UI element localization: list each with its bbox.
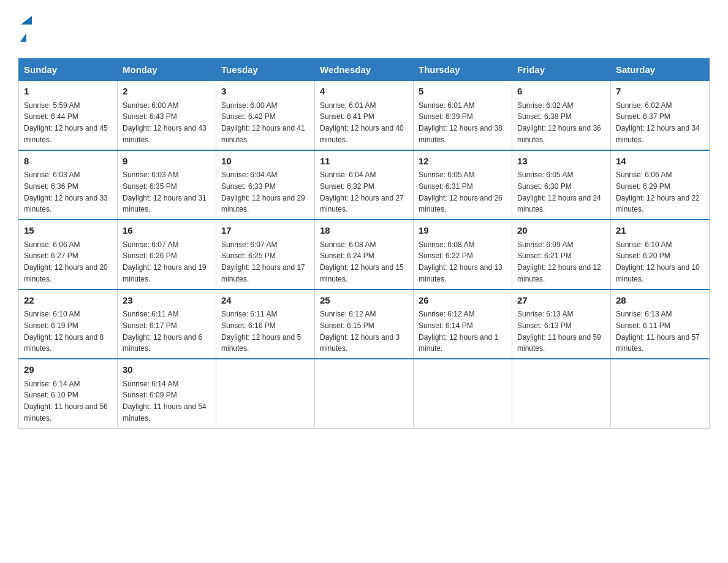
day-info: Sunrise: 6:00 AMSunset: 6:43 PMDaylight:… xyxy=(123,101,207,144)
logo xyxy=(18,12,33,46)
day-info: Sunrise: 6:12 AMSunset: 6:15 PMDaylight:… xyxy=(320,310,400,353)
day-info: Sunrise: 6:04 AMSunset: 6:33 PMDaylight:… xyxy=(221,170,305,213)
day-number: 14 xyxy=(616,155,704,169)
day-number: 25 xyxy=(320,294,408,308)
calendar-col-header: Friday xyxy=(512,59,611,81)
day-info: Sunrise: 6:11 AMSunset: 6:16 PMDaylight:… xyxy=(221,310,301,353)
day-number: 17 xyxy=(221,224,309,238)
day-number: 29 xyxy=(24,363,112,377)
calendar-table: SundayMondayTuesdayWednesdayThursdayFrid… xyxy=(18,58,710,429)
calendar-cell xyxy=(414,359,512,428)
day-info: Sunrise: 6:12 AMSunset: 6:14 PMDaylight:… xyxy=(419,310,498,353)
calendar-col-header: Monday xyxy=(118,59,216,81)
calendar-cell: 16Sunrise: 6:07 AMSunset: 6:26 PMDayligh… xyxy=(118,220,216,289)
day-number: 11 xyxy=(320,155,408,169)
day-number: 20 xyxy=(517,224,605,238)
calendar-cell: 26Sunrise: 6:12 AMSunset: 6:14 PMDayligh… xyxy=(414,289,512,359)
calendar-cell xyxy=(216,359,315,428)
day-info: Sunrise: 6:01 AMSunset: 6:41 PMDaylight:… xyxy=(320,101,404,144)
day-info: Sunrise: 6:10 AMSunset: 6:19 PMDaylight:… xyxy=(24,310,104,353)
day-number: 19 xyxy=(419,224,507,238)
calendar-week-row: 29Sunrise: 6:14 AMSunset: 6:10 PMDayligh… xyxy=(19,359,710,428)
calendar-cell: 13Sunrise: 6:05 AMSunset: 6:30 PMDayligh… xyxy=(512,150,611,220)
day-info: Sunrise: 6:14 AMSunset: 6:10 PMDaylight:… xyxy=(24,380,108,423)
calendar-cell: 1Sunrise: 5:59 AMSunset: 6:44 PMDaylight… xyxy=(19,81,118,150)
calendar-cell: 28Sunrise: 6:13 AMSunset: 6:11 PMDayligh… xyxy=(611,289,710,359)
calendar-cell: 3Sunrise: 6:00 AMSunset: 6:42 PMDaylight… xyxy=(216,81,315,150)
calendar-cell: 19Sunrise: 6:08 AMSunset: 6:22 PMDayligh… xyxy=(414,220,512,289)
day-number: 18 xyxy=(320,224,408,238)
day-number: 30 xyxy=(123,363,211,377)
calendar-cell xyxy=(512,359,611,428)
calendar-cell: 23Sunrise: 6:11 AMSunset: 6:17 PMDayligh… xyxy=(118,289,216,359)
day-number: 28 xyxy=(616,294,704,308)
day-info: Sunrise: 6:05 AMSunset: 6:31 PMDaylight:… xyxy=(419,170,502,213)
calendar-cell: 10Sunrise: 6:04 AMSunset: 6:33 PMDayligh… xyxy=(216,150,315,220)
day-number: 4 xyxy=(320,85,408,99)
day-number: 13 xyxy=(517,155,605,169)
calendar-cell: 30Sunrise: 6:14 AMSunset: 6:09 PMDayligh… xyxy=(118,359,216,428)
day-number: 16 xyxy=(123,224,211,238)
day-info: Sunrise: 6:05 AMSunset: 6:30 PMDaylight:… xyxy=(517,170,601,213)
day-info: Sunrise: 6:06 AMSunset: 6:29 PMDaylight:… xyxy=(616,170,700,213)
calendar-cell: 9Sunrise: 6:03 AMSunset: 6:35 PMDaylight… xyxy=(118,150,216,220)
calendar-cell: 12Sunrise: 6:05 AMSunset: 6:31 PMDayligh… xyxy=(414,150,512,220)
day-info: Sunrise: 6:02 AMSunset: 6:37 PMDaylight:… xyxy=(616,101,700,144)
day-number: 7 xyxy=(616,85,704,99)
day-info: Sunrise: 5:59 AMSunset: 6:44 PMDaylight:… xyxy=(24,101,108,144)
calendar-header-row: SundayMondayTuesdayWednesdayThursdayFrid… xyxy=(19,59,710,81)
day-number: 21 xyxy=(616,224,704,238)
calendar-cell: 7Sunrise: 6:02 AMSunset: 6:37 PMDaylight… xyxy=(611,81,710,150)
calendar-cell: 21Sunrise: 6:10 AMSunset: 6:20 PMDayligh… xyxy=(611,220,710,289)
calendar-cell xyxy=(315,359,414,428)
day-info: Sunrise: 6:08 AMSunset: 6:24 PMDaylight:… xyxy=(320,240,404,283)
calendar-cell: 17Sunrise: 6:07 AMSunset: 6:25 PMDayligh… xyxy=(216,220,315,289)
calendar-week-row: 22Sunrise: 6:10 AMSunset: 6:19 PMDayligh… xyxy=(19,289,710,359)
day-info: Sunrise: 6:14 AMSunset: 6:09 PMDaylight:… xyxy=(123,380,207,423)
day-info: Sunrise: 6:09 AMSunset: 6:21 PMDaylight:… xyxy=(517,240,601,283)
calendar-cell: 15Sunrise: 6:06 AMSunset: 6:27 PMDayligh… xyxy=(19,220,118,289)
day-number: 26 xyxy=(419,294,507,308)
day-number: 3 xyxy=(221,85,309,99)
calendar-week-row: 8Sunrise: 6:03 AMSunset: 6:36 PMDaylight… xyxy=(19,150,710,220)
calendar-cell: 20Sunrise: 6:09 AMSunset: 6:21 PMDayligh… xyxy=(512,220,611,289)
day-info: Sunrise: 6:13 AMSunset: 6:11 PMDaylight:… xyxy=(616,310,700,353)
day-number: 1 xyxy=(24,85,112,99)
day-number: 15 xyxy=(24,224,112,238)
svg-marker-0 xyxy=(21,16,32,25)
calendar-col-header: Tuesday xyxy=(216,59,315,81)
calendar-col-header: Wednesday xyxy=(315,59,414,81)
calendar-cell: 25Sunrise: 6:12 AMSunset: 6:15 PMDayligh… xyxy=(315,289,414,359)
calendar-cell: 11Sunrise: 6:04 AMSunset: 6:32 PMDayligh… xyxy=(315,150,414,220)
day-number: 12 xyxy=(419,155,507,169)
calendar-cell: 18Sunrise: 6:08 AMSunset: 6:24 PMDayligh… xyxy=(315,220,414,289)
calendar-cell: 22Sunrise: 6:10 AMSunset: 6:19 PMDayligh… xyxy=(19,289,118,359)
day-info: Sunrise: 6:02 AMSunset: 6:38 PMDaylight:… xyxy=(517,101,601,144)
day-number: 2 xyxy=(123,85,211,99)
calendar-cell: 4Sunrise: 6:01 AMSunset: 6:41 PMDaylight… xyxy=(315,81,414,150)
logo-blue-text xyxy=(18,27,26,46)
day-number: 27 xyxy=(517,294,605,308)
day-info: Sunrise: 6:10 AMSunset: 6:20 PMDaylight:… xyxy=(616,240,700,283)
day-info: Sunrise: 6:06 AMSunset: 6:27 PMDaylight:… xyxy=(24,240,108,283)
page-header xyxy=(18,12,710,46)
day-info: Sunrise: 6:07 AMSunset: 6:25 PMDaylight:… xyxy=(221,240,305,283)
calendar-week-row: 1Sunrise: 5:59 AMSunset: 6:44 PMDaylight… xyxy=(19,81,710,150)
day-number: 8 xyxy=(24,155,112,169)
calendar-week-row: 15Sunrise: 6:06 AMSunset: 6:27 PMDayligh… xyxy=(19,220,710,289)
calendar-cell: 14Sunrise: 6:06 AMSunset: 6:29 PMDayligh… xyxy=(611,150,710,220)
day-info: Sunrise: 6:07 AMSunset: 6:26 PMDaylight:… xyxy=(123,240,207,283)
calendar-cell: 27Sunrise: 6:13 AMSunset: 6:13 PMDayligh… xyxy=(512,289,611,359)
day-info: Sunrise: 6:01 AMSunset: 6:39 PMDaylight:… xyxy=(419,101,502,144)
day-number: 9 xyxy=(123,155,211,169)
day-info: Sunrise: 6:11 AMSunset: 6:17 PMDaylight:… xyxy=(123,310,202,353)
calendar-col-header: Saturday xyxy=(611,59,710,81)
logo-triangle-icon xyxy=(20,13,33,27)
day-number: 6 xyxy=(517,85,605,99)
calendar-cell: 29Sunrise: 6:14 AMSunset: 6:10 PMDayligh… xyxy=(19,359,118,428)
day-info: Sunrise: 6:03 AMSunset: 6:35 PMDaylight:… xyxy=(123,170,207,213)
day-info: Sunrise: 6:13 AMSunset: 6:13 PMDaylight:… xyxy=(517,310,601,353)
calendar-col-header: Thursday xyxy=(414,59,512,81)
day-info: Sunrise: 6:04 AMSunset: 6:32 PMDaylight:… xyxy=(320,170,404,213)
day-number: 10 xyxy=(221,155,309,169)
